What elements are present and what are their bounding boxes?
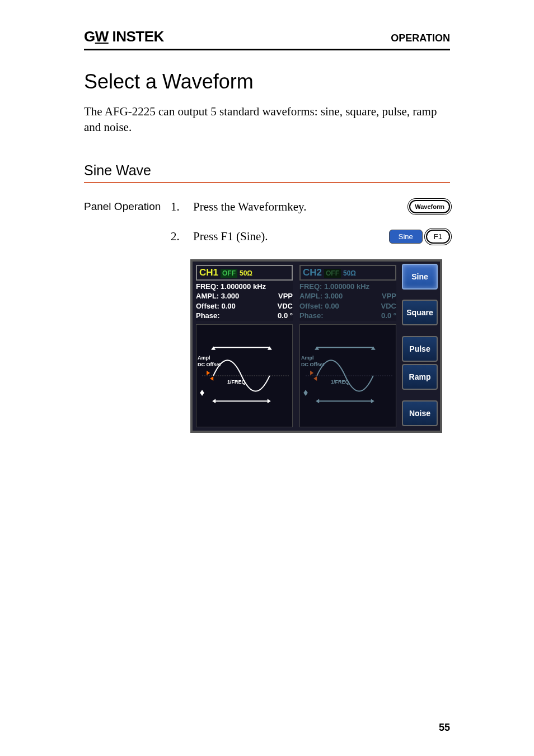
ch1-name: CH1: [199, 267, 218, 278]
ch2-wave-diagram: Ampl DC Offset 1/FREQ: [299, 324, 396, 427]
freq-label: 1/FREQ: [227, 379, 246, 385]
brand-logo: GW INSTEK: [84, 28, 164, 45]
ch2-ampl: 3.000: [325, 292, 343, 300]
softkey-noise[interactable]: Noise: [402, 400, 438, 426]
ch1-freq-label: FREQ:: [196, 282, 218, 291]
ch1-impedance: 50Ω: [240, 269, 252, 277]
step-number: 1.: [171, 200, 188, 214]
panel-op-label: Panel Operation: [84, 200, 171, 213]
ch2-freq-label: FREQ:: [299, 282, 322, 291]
ch2-state: OFF: [324, 269, 341, 278]
softkey-sine[interactable]: Sine: [389, 230, 423, 244]
ch2-ampl-label: AMPL:: [299, 292, 322, 300]
ch1-off-label: Offset:: [196, 302, 219, 310]
ch2-phase-label: Phase:: [299, 311, 324, 320]
step-number: 2.: [171, 230, 188, 244]
page-title: Select a Waveform: [84, 70, 450, 94]
ch1-freq: 1.000000 kHz: [221, 282, 266, 291]
step-text: Press F1 (Sine).: [193, 230, 383, 244]
dcoffset-label: DC Offset: [301, 362, 325, 367]
ch1-header: CH1 OFF 50Ω: [196, 265, 293, 281]
freq-label: 1/FREQ: [331, 379, 349, 385]
subsection-title: Sine Wave: [84, 162, 450, 183]
ch1-ampl-unit: VPP: [278, 291, 293, 301]
ch1-wave-diagram: Ampl DC Offset 1/FREQ: [196, 324, 293, 427]
ch1-ampl: 3.000: [221, 292, 240, 300]
intro-paragraph: The AFG-2225 can output 5 standard wavef…: [84, 104, 450, 136]
page-number: 55: [439, 722, 450, 734]
waveform-hard-key[interactable]: Waveform: [409, 200, 450, 213]
ch2-off-unit: VDC: [381, 301, 396, 311]
ch1-state: OFF: [221, 269, 237, 278]
ch1-off-unit: VDC: [278, 301, 293, 311]
ch2-ampl-unit: VPP: [382, 291, 396, 301]
ampl-label: Ampl: [198, 355, 210, 361]
softkey-sine[interactable]: Sine: [402, 264, 438, 290]
ch1-phase: 0.0 °: [278, 311, 293, 321]
softkey-square[interactable]: Square: [402, 300, 438, 325]
ch1-phase-label: Phase:: [196, 311, 220, 320]
ch2-off-label: Offset:: [299, 302, 323, 310]
softkey-ramp[interactable]: Ramp: [402, 364, 438, 390]
ch2-phase: 0.0 °: [381, 311, 396, 321]
f1-key[interactable]: F1: [426, 230, 450, 244]
ch2-freq: 1.000000 kHz: [324, 282, 369, 291]
page-header: GW INSTEK OPERATION: [84, 28, 450, 50]
ch2-name: CH2: [303, 267, 322, 278]
softkey-menu: Sine Square Pulse Ramp Noise: [400, 262, 440, 431]
step-1: Panel Operation 1. Press the Waveformkey…: [84, 200, 450, 214]
section-label: OPERATION: [391, 32, 450, 44]
ch2-header: CH2 OFF 50Ω: [299, 265, 396, 281]
dcoffset-label: DC Offset: [198, 362, 221, 367]
ch1-panel: CH1 OFF 50Ω FREQ: 1.000000 kHz AMPL: 3.0…: [193, 262, 296, 431]
ampl-label: Ampl: [301, 355, 314, 361]
ch2-off: 0.00: [325, 302, 339, 310]
ch2-impedance: 50Ω: [343, 269, 356, 277]
ch1-ampl-label: AMPL:: [196, 292, 219, 300]
step-2: 2. Press F1 (Sine). Sine F1: [84, 230, 450, 244]
device-screenshot: CH1 OFF 50Ω FREQ: 1.000000 kHz AMPL: 3.0…: [190, 259, 442, 433]
softkey-pulse[interactable]: Pulse: [402, 336, 438, 362]
ch2-panel: CH2 OFF 50Ω FREQ: 1.000000 kHz AMPL: 3.0…: [296, 262, 400, 431]
step-text: Press the Waveformkey.: [193, 200, 404, 214]
ch1-off: 0.00: [222, 302, 236, 310]
